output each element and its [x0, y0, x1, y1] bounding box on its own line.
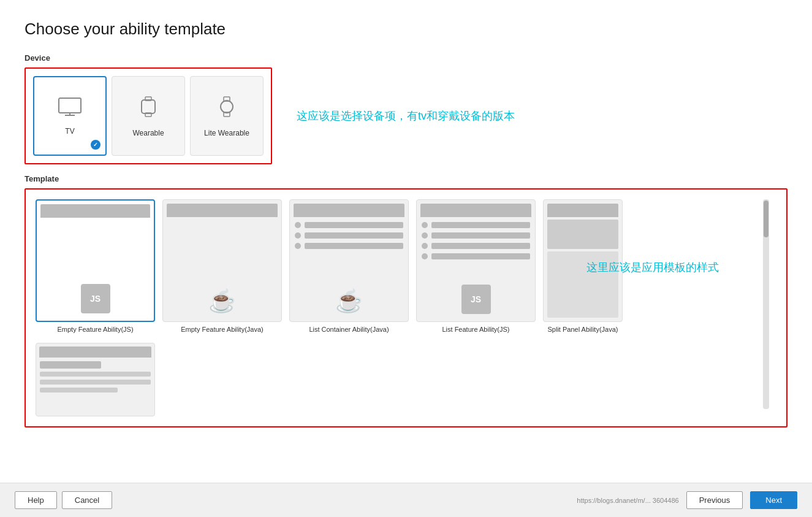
device-card-tv[interactable]: TV	[33, 76, 107, 156]
footer: Help Cancel https://blogs.dnanet/m/... 3…	[0, 483, 812, 517]
card-header	[294, 204, 404, 217]
template-label-list-feature-js: List Feature Ability(JS)	[439, 322, 512, 335]
template-inner: JS Empty Feature Ability(JS) ☕	[36, 199, 776, 416]
template-section: Template JS Empty	[25, 174, 787, 427]
card-header	[420, 204, 531, 217]
svg-rect-3	[142, 100, 155, 113]
list-line-2	[422, 232, 530, 239]
page-title: Choose your ability template	[25, 20, 787, 39]
template-card-list-feature-js[interactable]: JS	[416, 199, 536, 322]
footer-right: https://blogs.dnanet/m/... 3604486 Previ…	[577, 491, 797, 509]
lite-wearable-icon	[218, 95, 235, 124]
template-card-empty-js[interactable]: JS	[36, 199, 155, 322]
list-line-2	[295, 232, 403, 239]
svg-point-6	[221, 101, 233, 113]
wearable-icon	[140, 95, 157, 124]
small-line-1	[40, 372, 151, 377]
coffee-icon-2: ☕	[335, 288, 363, 314]
scrollbar-track[interactable]	[763, 199, 769, 409]
previous-button[interactable]: Previous	[686, 491, 743, 509]
card-header	[547, 204, 618, 217]
template-section-label: Template	[25, 174, 787, 183]
list-line-1	[295, 222, 403, 228]
device-card-lite-wearable[interactable]: Lite Wearable	[190, 76, 264, 156]
svg-rect-0	[59, 98, 81, 113]
template-item-empty-java[interactable]: ☕ Empty Feature Ability(Java)	[162, 199, 282, 335]
device-annotation: 这应该是选择设备项，有tv和穿戴设备的版本	[297, 109, 515, 123]
card-header	[40, 204, 150, 218]
list-line-4	[422, 253, 530, 259]
template-item-second[interactable]	[36, 343, 155, 416]
small-line-3	[40, 388, 118, 393]
cancel-button[interactable]: Cancel	[62, 491, 112, 509]
small-line-2	[40, 380, 151, 385]
card-coffee-bottom: ☕	[295, 288, 403, 319]
device-section: Device TV	[25, 53, 787, 164]
card-header	[167, 204, 278, 217]
card-js-bottom: JS	[422, 285, 530, 319]
tv-icon	[58, 96, 82, 122]
list-line-3	[422, 243, 530, 249]
device-card-wearable[interactable]: Wearable	[112, 76, 185, 156]
template-selection-box: JS Empty Feature Ability(JS) ☕	[25, 188, 787, 427]
template-label-empty-js: Empty Feature Ability(JS)	[55, 322, 135, 335]
list-line-3	[295, 243, 403, 249]
template-annotation: 这里应该是应用模板的样式	[586, 260, 719, 275]
device-selection-box: TV Wearable	[25, 67, 272, 164]
template-item-empty-js[interactable]: JS Empty Feature Ability(JS)	[36, 199, 155, 335]
small-card-body	[36, 358, 154, 416]
small-card-header	[39, 347, 151, 358]
footer-url: https://blogs.dnanet/m/... 3604486	[577, 497, 678, 504]
template-card-second[interactable]	[36, 343, 155, 416]
template-second-row	[36, 343, 768, 416]
footer-left: Help Cancel	[15, 491, 112, 509]
template-card-list-container[interactable]: ☕	[289, 199, 409, 322]
template-label-empty-java: Empty Feature Ability(Java)	[178, 322, 266, 335]
card-body-coffee: ☕	[163, 217, 281, 321]
small-title-line	[40, 361, 101, 369]
coffee-icon: ☕	[208, 288, 236, 314]
device-label-tv: TV	[65, 127, 74, 136]
template-label-list-container: List Container Ability(Java)	[306, 322, 391, 335]
help-button[interactable]: Help	[15, 491, 57, 509]
template-container: JS Empty Feature Ability(JS) ☕	[36, 199, 776, 416]
device-label-wearable: Wearable	[132, 129, 164, 137]
template-card-empty-java[interactable]: ☕	[162, 199, 282, 322]
next-button[interactable]: Next	[750, 491, 797, 509]
split-top	[547, 220, 618, 249]
template-item-list-container[interactable]: ☕ List Container Ability(Java)	[289, 199, 409, 335]
js-icon-2: JS	[461, 285, 491, 314]
template-item-list-feature-js[interactable]: JS List Feature Ability(JS)	[416, 199, 536, 335]
selected-checkmark	[91, 140, 101, 150]
device-section-label: Device	[25, 53, 787, 63]
scrollbar-thumb[interactable]	[764, 201, 768, 237]
card-body-js: JS	[37, 218, 154, 321]
list-line-1	[422, 222, 530, 228]
list-lines-js	[422, 222, 530, 285]
template-label-split-panel: Split Panel Ability(Java)	[545, 322, 621, 335]
js-icon: JS	[81, 284, 110, 313]
device-label-lite-wearable: Lite Wearable	[204, 129, 249, 137]
list-lines	[295, 222, 403, 288]
